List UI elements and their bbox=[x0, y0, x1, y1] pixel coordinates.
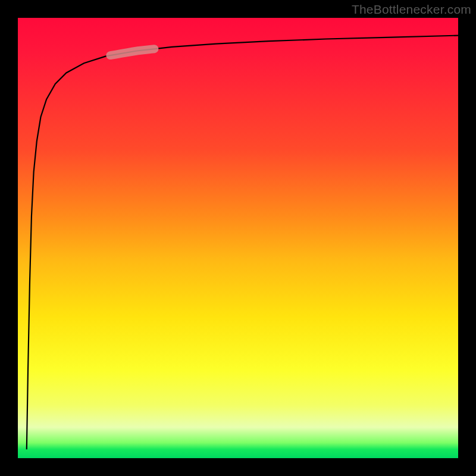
curve-layer bbox=[18, 18, 458, 458]
watermark-label: TheBottlenecker.com bbox=[352, 2, 471, 17]
plot-area bbox=[18, 18, 458, 458]
chart-stage: TheBottlenecker.com bbox=[0, 0, 476, 476]
highlight-marker bbox=[110, 49, 154, 55]
bottleneck-curve bbox=[27, 36, 458, 450]
